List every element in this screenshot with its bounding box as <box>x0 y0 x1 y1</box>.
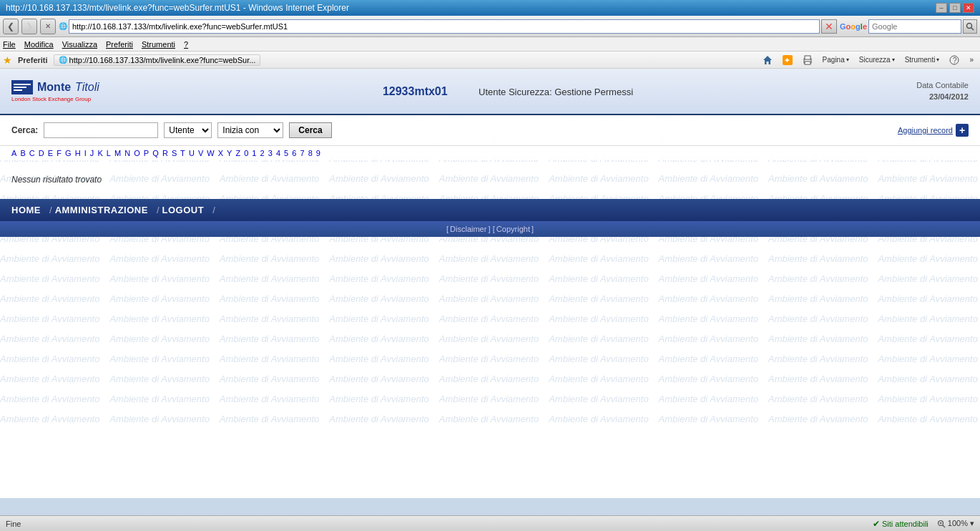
footer-bracket-open-1: [ <box>446 225 449 233</box>
add-record-label: Aggiungi record <box>898 126 953 135</box>
nav-sep-2: / <box>157 205 160 215</box>
alpha-G[interactable]: G <box>65 149 72 157</box>
menu-help[interactable]: ? <box>184 40 188 49</box>
close-button[interactable]: ✕ <box>963 3 974 13</box>
disclaimer-link[interactable]: Disclaimer <box>450 225 486 233</box>
favorites-link[interactable]: 🌐 http://10.168.137.133/mtx/livelink.exe… <box>54 54 261 66</box>
alpha-5[interactable]: 5 <box>284 149 288 157</box>
address-bar[interactable] <box>69 19 820 34</box>
print-icon-btn[interactable] <box>799 54 816 67</box>
alpha-4[interactable]: 4 <box>276 149 280 157</box>
watermark-row-15: Ambiente di Avviamento Ambiente di Avvia… <box>0 349 980 369</box>
alpha-D[interactable]: D <box>39 149 44 157</box>
alpha-N[interactable]: N <box>124 149 130 157</box>
menu-modifica[interactable]: Modifica <box>24 40 54 49</box>
menu-visualizza[interactable]: Visualizza <box>62 40 97 49</box>
search-button[interactable]: Cerca <box>289 122 331 138</box>
alpha-3[interactable]: 3 <box>268 149 273 157</box>
alpha-K[interactable]: K <box>97 149 102 157</box>
alpha-T[interactable]: T <box>180 149 185 157</box>
alpha-L[interactable]: L <box>107 149 111 157</box>
nav-sep-3: / <box>212 205 215 215</box>
refresh-stop-button[interactable]: ✕ <box>40 19 56 34</box>
alpha-1[interactable]: 1 <box>252 149 256 157</box>
titlebar-controls: – □ ✕ <box>936 3 974 13</box>
alpha-Y[interactable]: Y <box>227 149 232 157</box>
search-type-select[interactable]: Utente Gruppo Ruolo <box>164 122 212 138</box>
alpha-I[interactable]: I <box>84 149 87 157</box>
browser-title: http://10.168.137.133/mtx/livelink.exe?f… <box>6 3 349 13</box>
back-button[interactable]: ❮ <box>3 19 19 34</box>
alpha-Q[interactable]: Q <box>152 149 159 157</box>
pagina-button[interactable]: Pagina ▾ <box>819 54 853 65</box>
alpha-A[interactable]: A <box>11 149 16 157</box>
alpha-9[interactable]: 9 <box>316 149 320 157</box>
watermark-row-10: Ambiente di Avviamento Ambiente di Avvia… <box>0 249 980 269</box>
search-match-select[interactable]: Inizia con Contiene Termina con <box>217 122 283 138</box>
alpha-R[interactable]: R <box>162 149 168 157</box>
add-record-button[interactable]: Aggiungi record + <box>898 124 969 137</box>
search-bar: Cerca: Utente Gruppo Ruolo Inizia con Co… <box>0 115 980 146</box>
site-header: Monte Titoli London Stock Exchange Group… <box>0 69 980 115</box>
search-input[interactable] <box>44 122 158 138</box>
alpha-O[interactable]: O <box>134 149 140 157</box>
restore-button[interactable]: □ <box>949 3 961 13</box>
alpha-U[interactable]: U <box>189 149 195 157</box>
rss-icon-btn[interactable]: ✦ <box>779 54 796 67</box>
google-search-button[interactable] <box>963 19 977 34</box>
google-search-input[interactable] <box>868 19 961 34</box>
alpha-W[interactable]: W <box>207 149 214 157</box>
watermark-row-13: Ambiente di Avviamento Ambiente di Avvia… <box>0 309 980 329</box>
header-system-id: 12933mtx01 <box>383 85 448 97</box>
sicurezza-button[interactable]: Sicurezza ▾ <box>856 54 898 65</box>
menu-bar: File Modifica Visualizza Preferiti Strum… <box>0 37 980 52</box>
watermark-row-11: Ambiente di Avviamento Ambiente di Avvia… <box>0 269 980 289</box>
extend-button[interactable]: » <box>966 54 977 65</box>
logo-lines <box>14 84 31 91</box>
alpha-0[interactable]: 0 <box>244 149 248 157</box>
footer: [Disclaimer] [Copyright] <box>0 221 980 237</box>
alpha-E[interactable]: E <box>48 149 53 157</box>
strumenti-button[interactable]: Strumenti ▾ <box>901 54 944 65</box>
home-icon-btn[interactable] <box>759 54 776 67</box>
nav-home[interactable]: HOME <box>11 205 46 215</box>
alpha-Z[interactable]: Z <box>235 149 240 157</box>
logo-subtitle: London Stock Exchange Group <box>11 96 91 102</box>
minimize-button[interactable]: – <box>936 3 947 13</box>
alpha-B[interactable]: B <box>20 149 25 157</box>
nav-sep-1: / <box>49 205 52 215</box>
watermark-row-14: Ambiente di Avviamento Ambiente di Avvia… <box>0 329 980 349</box>
alpha-H[interactable]: H <box>75 149 81 157</box>
forward-button[interactable]: ❯ <box>21 19 37 34</box>
alpha-C[interactable]: C <box>29 149 35 157</box>
favorites-star-icon: ★ <box>3 54 12 66</box>
logo-area: Monte Titoli London Stock Exchange Group <box>11 80 99 102</box>
alpha-2[interactable]: 2 <box>260 149 265 157</box>
bottom-nav: HOME / AMMINISTRAZIONE / LOGOUT / <box>0 199 980 221</box>
nav-logout[interactable]: LOGOUT <box>162 205 210 215</box>
menu-file[interactable]: File <box>3 40 16 49</box>
help-button[interactable]: ? <box>946 54 963 67</box>
svg-point-0 <box>967 23 972 28</box>
watermark-row-17: Ambiente di Avviamento Ambiente di Avvia… <box>0 389 980 409</box>
alpha-J[interactable]: J <box>90 149 94 157</box>
browser-toolbar: ❮ ❯ ✕ 🌐 ✕ Google <box>0 16 980 37</box>
menu-strumenti[interactable]: Strumenti <box>142 40 175 49</box>
alpha-6[interactable]: 6 <box>292 149 296 157</box>
alpha-S[interactable]: S <box>172 149 177 157</box>
menu-preferiti[interactable]: Preferiti <box>106 40 133 49</box>
alpha-M[interactable]: M <box>114 149 121 157</box>
logo-line-3 <box>14 89 22 91</box>
add-record-icon: + <box>956 124 969 137</box>
alphabet-nav: A B C D E F G H I J K L M N O P Q R S T … <box>0 146 980 160</box>
pagina-chevron: ▾ <box>846 57 849 63</box>
alpha-V[interactable]: V <box>198 149 203 157</box>
alpha-F[interactable]: F <box>57 149 62 157</box>
alpha-7[interactable]: 7 <box>300 149 304 157</box>
copyright-link[interactable]: Copyright <box>496 225 530 233</box>
nav-amministrazione[interactable]: AMMINISTRAZIONE <box>55 205 154 215</box>
alpha-8[interactable]: 8 <box>308 149 313 157</box>
alpha-X[interactable]: X <box>218 149 223 157</box>
alpha-P[interactable]: P <box>144 149 149 157</box>
go-button[interactable]: ✕ <box>821 19 837 34</box>
